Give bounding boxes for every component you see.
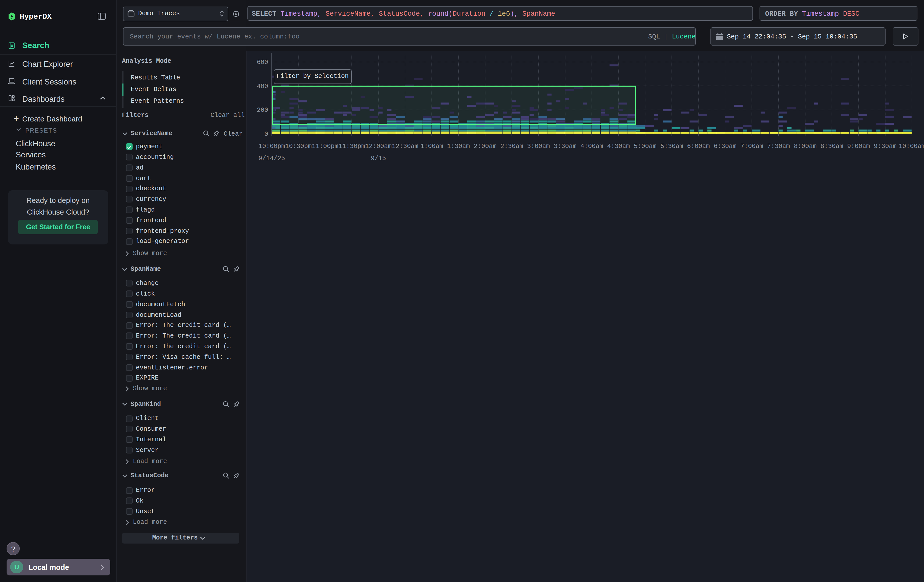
svg-text:400: 400 (257, 83, 268, 90)
svg-text:200: 200 (257, 107, 268, 114)
svg-text:1:30am: 1:30am (447, 143, 470, 150)
svg-text:600: 600 (257, 59, 268, 66)
svg-text:12:00am: 12:00am (365, 143, 391, 150)
svg-text:5:30am: 5:30am (660, 143, 683, 150)
svg-text:0: 0 (264, 130, 268, 138)
svg-text:12:30am: 12:30am (391, 143, 418, 150)
svg-text:6:00am: 6:00am (687, 143, 710, 150)
svg-text:8:30am: 8:30am (820, 143, 843, 150)
svg-text:11:00pm: 11:00pm (312, 143, 338, 150)
svg-text:9/14/25: 9/14/25 (258, 155, 285, 162)
svg-text:6:30am: 6:30am (713, 143, 736, 150)
svg-text:8:00am: 8:00am (794, 143, 816, 150)
svg-text:11:30pm: 11:30pm (338, 143, 365, 150)
svg-text:7:30am: 7:30am (767, 143, 790, 150)
svg-text:9:00am: 9:00am (847, 143, 870, 150)
svg-text:5:00am: 5:00am (634, 143, 656, 150)
svg-text:10:00am: 10:00am (898, 143, 924, 150)
svg-text:3:30am: 3:30am (554, 143, 576, 150)
svg-text:7:00am: 7:00am (740, 143, 763, 150)
svg-text:3:00am: 3:00am (527, 143, 549, 150)
svg-text:9:30am: 9:30am (874, 143, 896, 150)
svg-text:4:00am: 4:00am (580, 143, 603, 150)
svg-text:2:30am: 2:30am (500, 143, 523, 150)
svg-text:9/15: 9/15 (371, 155, 386, 162)
svg-text:10:30pm: 10:30pm (285, 143, 312, 150)
svg-text:10:00pm: 10:00pm (258, 143, 285, 150)
svg-text:4:30am: 4:30am (607, 143, 629, 150)
svg-text:1:00am: 1:00am (420, 143, 443, 150)
svg-text:2:00am: 2:00am (474, 143, 496, 150)
